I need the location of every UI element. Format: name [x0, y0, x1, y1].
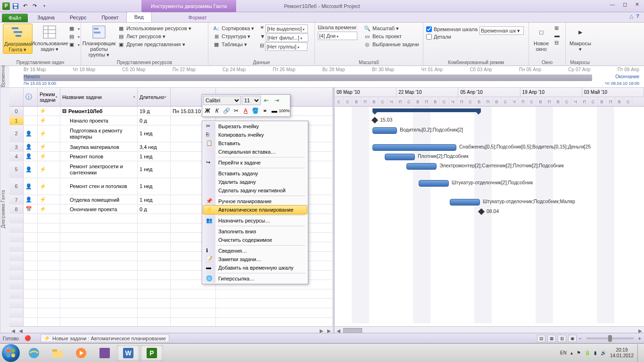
view-sheet-icon[interactable]: ▣: [568, 335, 577, 342]
timeline-bar[interactable]: [24, 74, 592, 81]
tray-volume-icon[interactable]: 🔊: [601, 350, 606, 355]
team-planner-button[interactable]: Планировщик работы группы ▾: [84, 24, 114, 58]
cell[interactable]: 👤: [24, 152, 38, 161]
word-taskbar-icon[interactable]: W: [117, 345, 140, 361]
cell[interactable]: 1 нед: [138, 152, 171, 161]
font-family-combo[interactable]: Calibri: [203, 96, 241, 105]
cell[interactable]: ⚡: [38, 152, 60, 161]
hide-button[interactable]: ▬: [553, 32, 561, 39]
wmp-taskbar-icon[interactable]: [70, 345, 92, 361]
unlink-icon[interactable]: ✂: [232, 106, 240, 115]
cell[interactable]: 0 д: [138, 205, 171, 214]
cell[interactable]: 7: [9, 195, 24, 204]
cell[interactable]: 2: [9, 125, 24, 142]
ie-taskbar-icon[interactable]: [23, 345, 45, 361]
cm-cut[interactable]: ✂Вырезать ячейку: [203, 122, 307, 131]
cm-info[interactable]: ℹСведения…: [203, 247, 307, 255]
link-tasks-icon[interactable]: 🔗: [223, 106, 231, 115]
outdent-icon[interactable]: ⇤: [262, 96, 271, 105]
cell[interactable]: 👤: [24, 178, 38, 195]
cell[interactable]: 3,4 нед: [138, 142, 171, 151]
tray-flag-icon[interactable]: ⚑: [577, 350, 581, 355]
col-rownum[interactable]: [9, 88, 24, 106]
cell[interactable]: ⚡: [38, 178, 60, 195]
bold-icon[interactable]: Ж: [203, 106, 212, 115]
table-row[interactable]: [9, 289, 333, 299]
sort-button[interactable]: A↓Сортировка ▾: [211, 25, 256, 32]
tab-task[interactable]: Задача: [30, 13, 62, 22]
cell[interactable]: 0 д: [138, 116, 171, 125]
cm-delete-task[interactable]: Удалить задачу: [203, 178, 307, 186]
table-row[interactable]: [9, 308, 333, 318]
minimize-icon[interactable]: —: [608, 1, 617, 8]
cell[interactable]: 1: [9, 116, 24, 125]
table-row[interactable]: [9, 318, 333, 326]
table-row[interactable]: [9, 299, 333, 308]
close-icon[interactable]: ✕: [633, 1, 641, 8]
indent-icon[interactable]: ⇥: [272, 96, 281, 105]
cm-inactive[interactable]: Сделать задачу неактивной: [203, 186, 307, 195]
tray-power-icon[interactable]: 🔋: [585, 350, 590, 355]
fill-color-icon[interactable]: 🪣: [251, 106, 259, 115]
timeline-view-combo[interactable]: Временная шк ▾: [479, 26, 524, 35]
cm-goto[interactable]: ↪Перейти к задаче: [203, 158, 307, 167]
cell[interactable]: 4: [9, 152, 24, 161]
cell[interactable]: ⚡: [38, 205, 60, 214]
cell[interactable]: 5: [9, 161, 24, 178]
link-icon[interactable]: ⚭: [261, 106, 269, 115]
cell[interactable]: 0: [9, 107, 24, 115]
view-team-icon[interactable]: ▥: [558, 335, 566, 342]
cell[interactable]: Отделка помещений: [60, 195, 138, 204]
cm-assign[interactable]: 👥Назначить ресурсы…: [203, 216, 307, 225]
cell[interactable]: 📅: [24, 205, 38, 214]
cell[interactable]: 3: [9, 142, 24, 151]
cell[interactable]: 6: [9, 178, 24, 195]
progress-icon[interactable]: ▬: [270, 106, 279, 115]
outline-button[interactable]: ⊞Структура ▾: [211, 33, 256, 40]
cell[interactable]: [24, 107, 38, 115]
cell[interactable]: 19 д: [138, 107, 171, 115]
cm-copy[interactable]: ⎘Копировать ячейку: [203, 131, 307, 139]
cm-clear[interactable]: Очистить содержимое: [203, 236, 307, 244]
status-new-tasks[interactable]: ⚡ Новые задачи : Автоматическое планиров…: [41, 334, 169, 342]
cell[interactable]: ⚡: [38, 116, 60, 125]
tray-show-hidden-icon[interactable]: ▴: [570, 350, 573, 355]
gantt-chart-button[interactable]: Диаграмма Ганта ▾: [3, 24, 33, 54]
cell[interactable]: ⚡: [38, 195, 60, 204]
tray-clock[interactable]: 20:1914.01.2012: [610, 347, 634, 359]
cm-paste[interactable]: 📋Вставить: [203, 139, 307, 148]
selected-tasks-button[interactable]: ◎Выбранные задачи: [362, 41, 421, 48]
cell[interactable]: Начало проекта: [60, 116, 138, 125]
tab-view[interactable]: Вид: [126, 12, 152, 22]
arrange-button[interactable]: ⊞: [553, 25, 561, 32]
calendar-button[interactable]: ▤: [66, 33, 82, 40]
font-size-combo[interactable]: 11: [242, 96, 261, 105]
task-bar[interactable]: [385, 154, 415, 160]
highlight-combo[interactable]: [Не выделено]: [265, 25, 308, 33]
macros-button[interactable]: ▶ Макросы ▾: [569, 24, 592, 53]
italic-icon[interactable]: К: [213, 106, 221, 115]
100pct-icon[interactable]: 100%: [280, 106, 289, 115]
split-button[interactable]: ⊟: [553, 39, 561, 46]
cell[interactable]: 👤: [24, 142, 38, 151]
show-desktop-button[interactable]: [637, 344, 641, 362]
timescale-combo[interactable]: [4] Дни: [318, 32, 357, 40]
cell[interactable]: Ремонт электросети и сантехники: [60, 161, 138, 178]
font-color-icon[interactable]: A: [241, 106, 250, 115]
cell[interactable]: 👤: [24, 125, 38, 142]
task-usage-button[interactable]: Использование задач ▾: [34, 24, 65, 53]
gantt-chart[interactable]: 08 Мар '1022 Мар '1005 Апр '1019 Апр '10…: [335, 88, 644, 335]
cell[interactable]: 1 нед: [138, 195, 171, 204]
qat-dropdown-icon[interactable]: [40, 2, 48, 10]
new-window-button[interactable]: ▢ Новое окно: [532, 24, 551, 53]
tab-resource[interactable]: Ресурс: [62, 13, 94, 22]
col-mode[interactable]: Режим задачи▾: [38, 88, 60, 106]
task-bar[interactable]: [406, 163, 437, 170]
cm-paste-special[interactable]: Специальная вставка…: [203, 148, 307, 156]
task-bar[interactable]: [372, 127, 397, 134]
cm-auto[interactable]: ⚡Автоматическое планирование: [203, 206, 307, 214]
cell[interactable]: Закупка материалов: [60, 142, 138, 151]
maximize-icon[interactable]: ◻: [620, 1, 629, 8]
cell[interactable]: Ремонт стен и потолков: [60, 178, 138, 195]
col-name[interactable]: Название задачи▾: [60, 88, 138, 106]
